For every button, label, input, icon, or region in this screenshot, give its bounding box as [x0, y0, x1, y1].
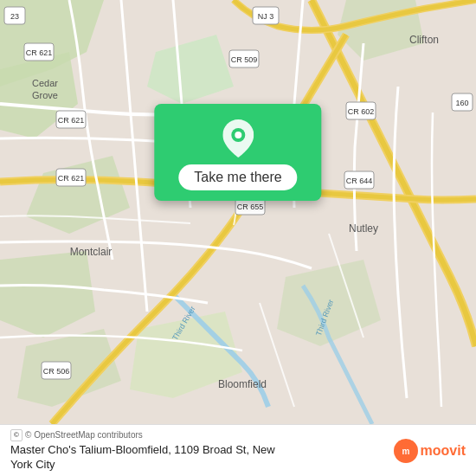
svg-text:Montclair: Montclair: [70, 246, 113, 258]
map-background: CR 621 CR 621 CR 621 NJ 3 CR 509 CR 602 …: [0, 0, 476, 424]
address-text: Master Cho's Talium-Bloomfield, 1109 Bro…: [10, 443, 385, 473]
svg-text:NJ 3: NJ 3: [258, 12, 274, 21]
bottom-bar: © © OpenStreetMap contributors Master Ch…: [0, 424, 476, 476]
svg-text:CR 602: CR 602: [348, 107, 375, 116]
svg-text:Grove: Grove: [32, 90, 58, 100]
moovit-brand-text: moovit: [421, 443, 466, 459]
button-overlay: Take me there: [154, 104, 321, 201]
svg-text:CR 506: CR 506: [43, 367, 70, 376]
svg-text:CR 621: CR 621: [26, 48, 53, 57]
svg-text:Bloomfield: Bloomfield: [218, 378, 267, 390]
svg-text:CR 621: CR 621: [58, 116, 85, 125]
map-container: CR 621 CR 621 CR 621 NJ 3 CR 509 CR 602 …: [0, 0, 476, 424]
svg-text:Nutley: Nutley: [349, 222, 378, 235]
take-me-there-button[interactable]: Take me there: [178, 164, 297, 190]
address-line1: Master Cho's Talium-Bloomfield, 1109 Bro…: [10, 443, 275, 456]
svg-point-41: [235, 132, 241, 138]
svg-text:160: 160: [455, 99, 468, 107]
bottom-info: © © OpenStreetMap contributors Master Ch…: [10, 429, 385, 473]
green-box: Take me there: [154, 104, 321, 201]
svg-text:CR 509: CR 509: [231, 55, 258, 64]
osm-credit: © © OpenStreetMap contributors: [10, 429, 385, 441]
svg-text:CR 655: CR 655: [237, 203, 264, 211]
svg-text:23: 23: [10, 12, 19, 21]
svg-text:Clifton: Clifton: [409, 34, 439, 46]
osm-credit-text: © OpenStreetMap contributors: [25, 430, 143, 440]
location-pin-icon: [222, 119, 254, 158]
address-line2: York City: [10, 458, 55, 471]
svg-text:Cedar: Cedar: [32, 78, 58, 88]
moovit-icon: m: [394, 439, 418, 463]
svg-text:m: m: [402, 447, 409, 456]
osm-icon: ©: [10, 429, 23, 441]
svg-text:CR 621: CR 621: [58, 174, 85, 183]
svg-text:CR 644: CR 644: [346, 177, 373, 185]
moovit-logo: m moovit: [394, 439, 466, 463]
